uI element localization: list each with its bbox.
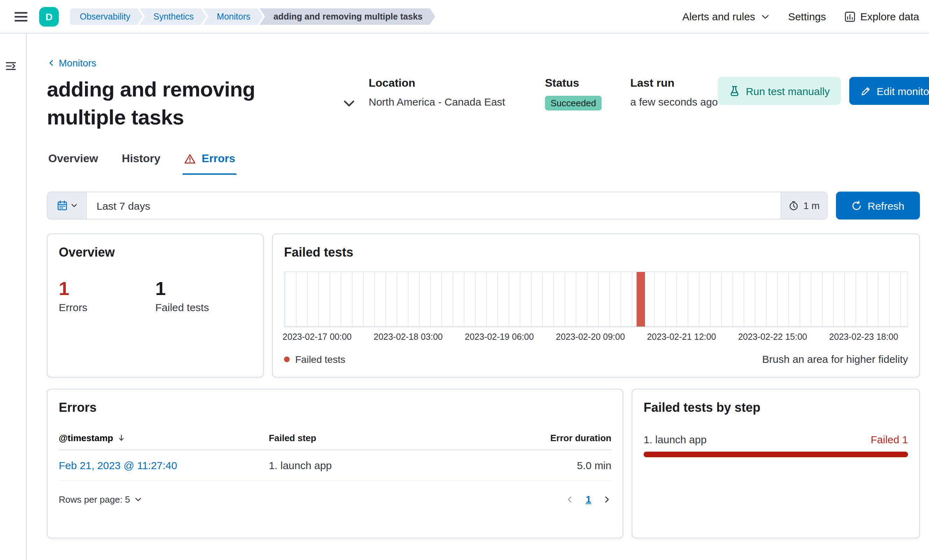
app-root: D Observability Synthetics Monitors addi… [0,0,929,560]
pagination: 1 [565,494,612,505]
refresh-label: Refresh [868,200,904,211]
expand-sidebar-button[interactable] [5,57,21,74]
date-range-label: Last 7 days [97,200,150,211]
tab-history[interactable]: History [120,152,162,175]
monitor-meta: Location North America - Canada East Sta… [369,75,718,110]
errors-table: @timestamp Failed step Error duration F [59,427,612,481]
breadcrumb-observability[interactable]: Observability [70,8,143,25]
title-wrap: adding and removing multiple tasks [47,75,356,132]
collapsed-nav-rail [0,34,27,560]
monitor-tabs: Overview History Errors [47,152,920,175]
sort-descending-icon [117,433,126,442]
overview-stats: 1 Errors 1 Failed tests [59,278,252,313]
legend-item-failed-tests[interactable]: Failed tests [284,353,345,364]
refresh-interval-label: 1 m [803,200,820,211]
x-tick-label: 2023-02-17 00:00 [283,332,351,342]
failed-tests-stat: 1 Failed tests [155,278,252,313]
rows-per-page-button[interactable]: Rows per page: 5 [59,494,142,505]
breadcrumb: Observability Synthetics Monitors adding… [70,8,435,25]
alerts-and-rules-menu[interactable]: Alerts and rules [682,11,770,22]
previous-page-button[interactable] [565,495,574,504]
edit-monitor-button[interactable]: Edit monitor [849,77,929,105]
date-range-display[interactable]: Last 7 days [87,192,781,219]
menu-button[interactable] [10,5,32,28]
summary-row: Overview 1 Errors 1 Failed tests Failed … [47,234,920,378]
errors-count: 1 [59,278,155,299]
run-test-label: Run test manually [746,85,830,97]
failed-tests-chart-brush-area[interactable] [284,271,908,327]
refresh-interval-button[interactable]: 1 m [781,192,827,219]
hamburger-icon [14,9,28,23]
tab-errors[interactable]: Errors [183,152,237,175]
alerts-and-rules-label: Alerts and rules [682,11,755,22]
error-failed-step-cell: 1. launch app [268,450,501,480]
errors-stat: 1 Errors [59,278,155,313]
page-header-row: adding and removing multiple tasks Locat… [47,75,920,132]
errors-card: Errors @timestamp F [47,389,623,538]
monitor-select-caret[interactable] [342,96,356,110]
failed-step-column-header: Failed step [268,427,501,450]
chevron-left-icon [47,59,55,67]
details-row: Errors @timestamp F [47,389,920,538]
run-test-manually-button[interactable]: Run test manually [718,77,841,105]
tab-errors-label: Errors [202,152,235,165]
chevron-down-icon [134,495,142,503]
explore-data-label: Explore data [860,11,919,22]
errors-count-label: Errors [59,301,155,313]
page-title: adding and removing multiple tasks [47,75,327,132]
legend-label: Failed tests [295,353,345,364]
chart-footer-row: Failed tests Brush an area for higher fi… [284,353,908,365]
edit-monitor-label: Edit monitor [877,85,929,97]
failed-tests-card: Failed tests 2023-02-17 00:00 2023-02-18… [272,234,920,378]
explore-data-link[interactable]: Explore data [844,11,919,22]
clock-icon [789,200,799,211]
tab-overview[interactable]: Overview [47,152,99,175]
main-content: Monitors adding and removing multiple ta… [27,34,929,560]
beaker-icon [729,85,740,96]
top-header: D Observability Synthetics Monitors addi… [0,0,929,34]
failed-tests-by-step-card: Failed tests by step 1. launch app Faile… [632,389,920,538]
settings-link[interactable]: Settings [788,11,826,22]
failed-tests-bar [636,272,645,326]
date-quick-select-button[interactable] [48,192,87,219]
table-footer: Rows per page: 5 1 [59,494,612,505]
legend-dot-icon [284,356,290,362]
back-to-monitors-link[interactable]: Monitors [47,57,96,69]
step-progress-bar [644,451,908,457]
chevron-down-icon [760,12,770,21]
errors-table-header-row: @timestamp Failed step Error duration [59,427,612,450]
warning-triangle-icon [184,153,196,165]
failed-tests-count: 1 [155,278,252,299]
overview-card: Overview 1 Errors 1 Failed tests [47,234,264,378]
next-page-button[interactable] [602,495,612,504]
header-right-nav: Alerts and rules Settings Explore data [682,11,919,22]
error-duration-cell: 5.0 min [501,450,612,480]
page-number-1[interactable]: 1 [586,494,591,505]
super-date-picker: Last 7 days 1 m [47,191,828,220]
sort-by-timestamp-button[interactable]: @timestamp [59,433,126,443]
chevron-left-icon [565,495,574,504]
pencil-icon [860,86,871,96]
overview-card-title: Overview [59,245,252,260]
calendar-icon [56,200,67,211]
x-tick-label: 2023-02-22 15:00 [738,332,807,342]
space-avatar[interactable]: D [39,7,59,26]
rows-per-page-label: Rows per page: 5 [59,494,130,505]
refresh-button[interactable]: Refresh [836,191,920,220]
step-row: 1. launch app Failed 1 [644,433,908,445]
meta-last-run: Last run a few seconds ago [630,77,718,110]
location-label: Location [369,77,527,89]
breadcrumb-monitors[interactable]: Monitors [203,8,263,25]
breadcrumb-synthetics[interactable]: Synthetics [140,8,206,25]
filter-bar: Last 7 days 1 m Refresh [47,191,920,220]
explore-data-icon [844,11,855,22]
expand-menu-icon [5,60,17,72]
table-row: Feb 21, 2023 @ 11:27:40 1. launch app 5.… [59,450,612,480]
breadcrumb-current-page: adding and removing multiple tasks [259,8,435,25]
error-timestamp-link[interactable]: Feb 21, 2023 @ 11:27:40 [59,459,177,471]
timestamp-column-header: @timestamp [59,433,113,443]
settings-label: Settings [788,11,826,22]
failed-steps-card-title: Failed tests by step [644,401,908,415]
chart-x-axis-labels: 2023-02-17 00:00 2023-02-18 03:00 2023-0… [284,332,908,343]
x-tick-label: 2023-02-23 18:00 [829,332,898,342]
